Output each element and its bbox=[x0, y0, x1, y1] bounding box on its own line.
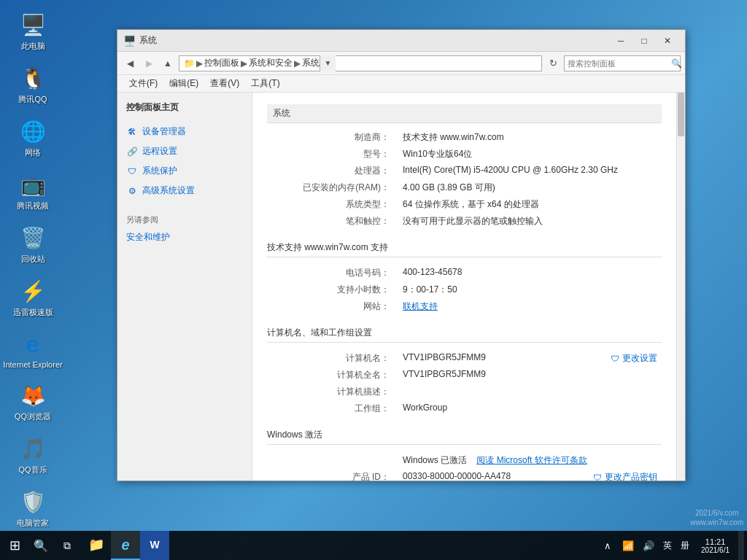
taskbar-search-button[interactable]: 🔍 bbox=[29, 531, 53, 560]
hours-value: 9：00-17：50 bbox=[398, 281, 662, 298]
menu-tools[interactable]: 工具(T) bbox=[245, 75, 285, 93]
activation-status-cell: Windows 已激活 阅读 Microsoft 软件许可条款 bbox=[398, 452, 662, 469]
taskbar-file-explorer[interactable]: 📁 bbox=[82, 531, 111, 560]
also-see-title: 另请参阅 bbox=[126, 214, 246, 225]
shield-icon-key: 🛡 bbox=[593, 472, 602, 481]
search-input[interactable] bbox=[568, 59, 668, 68]
path-segment-2: 系统和安全 bbox=[249, 57, 293, 69]
close-button[interactable]: ✕ bbox=[656, 30, 679, 52]
show-desktop-button[interactable] bbox=[738, 531, 744, 560]
desktop-icons: 🖥️ 此电脑 🐧 腾讯QQ 🌐 网络 📺 腾讯视频 🗑️ 回收站 ⚡ 迅雷极速版… bbox=[7, 7, 58, 532]
activation-table: Windows 已激活 阅读 Microsoft 软件许可条款 产品 ID： 0… bbox=[267, 452, 662, 481]
ram-row: 已安装的内存(RAM)： 4.00 GB (3.89 GB 可用) bbox=[267, 179, 662, 196]
content-inner: 系统 制造商： 技术支持 www.win7w.com 型号： Win10专业版6… bbox=[252, 93, 676, 481]
menu-file[interactable]: 文件(F) bbox=[123, 75, 163, 93]
window-scrollbar[interactable] bbox=[676, 93, 685, 481]
change-settings-button[interactable]: 🛡 更改设置 bbox=[611, 352, 657, 365]
tray-overflow-button[interactable]: ∧ bbox=[599, 531, 616, 560]
manufacturer-label: 制造商： bbox=[267, 129, 398, 146]
tray-language[interactable]: 英 bbox=[660, 531, 675, 560]
desktop-icon-network[interactable]: 🌐 网络 bbox=[7, 114, 58, 161]
sidebar-link-remote-settings[interactable]: 🔗 远程设置 bbox=[123, 142, 246, 160]
address-path[interactable]: 📁 ▶ 控制面板 ▶ 系统和安全 ▶ 系统 ▼ bbox=[179, 55, 542, 71]
qq-music-label: QQ音乐 bbox=[18, 464, 47, 475]
desktop-icon-tencent-video[interactable]: 📺 腾讯视频 bbox=[7, 167, 58, 214]
activation-link[interactable]: 阅读 Microsoft 软件许可条款 bbox=[476, 455, 587, 465]
change-product-key-button[interactable]: 🛡 更改产品密钥 bbox=[593, 471, 657, 481]
taskbar: ⊞ 🔍 ⧉ 📁 e W ∧ 📶 🔊 英 册 11:21 2021/6/1 bbox=[0, 531, 747, 560]
manufacturer-row: 制造商： 技术支持 www.win7w.com bbox=[267, 129, 662, 146]
start-button[interactable]: ⊞ bbox=[0, 531, 29, 560]
menu-edit[interactable]: 编辑(E) bbox=[163, 75, 204, 93]
website-value[interactable]: 联机支持 bbox=[398, 298, 662, 315]
back-button[interactable]: ◀ bbox=[122, 55, 138, 71]
desktop-icon-xunlei[interactable]: ⚡ 迅雷极速版 bbox=[7, 273, 58, 321]
system-tray: ∧ 📶 🔊 英 册 11:21 2021/6/1 bbox=[596, 531, 747, 560]
workgroup-row: 工作组： WorkGroup bbox=[267, 400, 662, 417]
computer-full-label: 计算机全名： bbox=[267, 367, 398, 384]
path-dropdown[interactable]: ▼ bbox=[320, 55, 336, 71]
pc-manager-label: 电脑管家 bbox=[17, 518, 49, 529]
this-pc-icon: 🖥️ bbox=[18, 10, 47, 39]
sidebar: 控制面板主页 🛠 设备管理器 🔗 远程设置 🛡 系统保护 ⚙ 高级系统设置 bbox=[117, 93, 252, 481]
tencent-video-icon: 📺 bbox=[18, 170, 47, 199]
qq-icon: 🐧 bbox=[18, 63, 47, 93]
phone-row: 电话号码： 400-123-45678 bbox=[267, 265, 662, 281]
minimize-button[interactable]: ─ bbox=[609, 30, 632, 52]
task-view-button[interactable]: ⧉ bbox=[53, 531, 82, 560]
taskbar-word[interactable]: W bbox=[140, 531, 169, 560]
taskbar-ie[interactable]: e bbox=[111, 531, 140, 560]
tray-volume-icon[interactable]: 🔊 bbox=[640, 531, 657, 560]
menu-bar: 文件(F) 编辑(E) 查看(V) 工具(T) bbox=[117, 75, 685, 93]
workgroup-value: WorkGroup bbox=[398, 400, 662, 417]
path-folder-icon: 📁 bbox=[184, 58, 195, 69]
desktop-icon-qq-browser[interactable]: 🦊 QQ浏览器 bbox=[7, 378, 58, 425]
desktop-icon-recycle-bin[interactable]: 🗑️ 回收站 bbox=[7, 220, 58, 268]
sidebar-link-system-protection[interactable]: 🛡 系统保护 bbox=[123, 162, 246, 180]
main-panel[interactable]: 系统 制造商： 技术支持 www.win7w.com 型号： Win10专业版6… bbox=[252, 93, 676, 481]
maximize-button[interactable]: □ bbox=[632, 30, 656, 52]
ram-label: 已安装的内存(RAM)： bbox=[267, 179, 398, 196]
pc-manager-icon: 🛡️ bbox=[18, 487, 47, 516]
window-content: 控制面板主页 🛠 设备管理器 🔗 远程设置 🛡 系统保护 ⚙ 高级系统设置 bbox=[117, 93, 685, 481]
support-table: 电话号码： 400-123-45678 支持小时数： 9：00-17：50 网站… bbox=[267, 265, 662, 315]
computer-desc-row: 计算机描述： bbox=[267, 384, 662, 400]
website-label: 网站： bbox=[267, 298, 398, 315]
sidebar-link-advanced-settings[interactable]: ⚙ 高级系统设置 bbox=[123, 182, 246, 200]
advanced-settings-icon: ⚙ bbox=[126, 185, 138, 197]
this-pc-label: 此电脑 bbox=[21, 41, 45, 52]
tray-ime[interactable]: 册 bbox=[678, 531, 692, 560]
computer-name-value: VTV1IPBGR5JFMM9 🛡 更改设置 bbox=[398, 350, 662, 367]
window-titlebar[interactable]: 🖥️ 系统 ─ □ ✕ bbox=[117, 30, 685, 52]
computer-table: 计算机名： VTV1IPBGR5JFMM9 🛡 更改设置 计算机全名： bbox=[267, 350, 662, 417]
system-type-label: 系统类型： bbox=[267, 196, 398, 213]
device-manager-icon: 🛠 bbox=[126, 126, 138, 138]
refresh-button[interactable]: ↻ bbox=[545, 55, 561, 71]
computer-name-label: 计算机名： bbox=[267, 350, 398, 367]
path-segment-3: 系统 bbox=[302, 57, 320, 69]
phone-value: 400-123-45678 bbox=[398, 265, 662, 281]
scrollbar-thumb[interactable] bbox=[678, 93, 684, 136]
desktop-icon-this-pc[interactable]: 🖥️ 此电脑 bbox=[7, 7, 58, 55]
hours-label: 支持小时数： bbox=[267, 281, 398, 298]
also-see-section: 另请参阅 安全和维护 bbox=[123, 214, 246, 246]
tray-wifi-icon[interactable]: 📶 bbox=[619, 531, 637, 560]
desktop-icon-ie[interactable]: e Internet Explorer bbox=[7, 327, 58, 372]
forward-button[interactable]: ▶ bbox=[141, 55, 157, 71]
desktop-icon-qq-music[interactable]: 🎵 QQ音乐 bbox=[7, 431, 58, 478]
watermark: 2021/6/v.com www.win7w.com bbox=[690, 508, 743, 527]
product-id-label: 产品 ID： bbox=[267, 469, 398, 481]
up-button[interactable]: ▲ bbox=[160, 55, 176, 71]
menu-view[interactable]: 查看(V) bbox=[204, 75, 245, 93]
sidebar-link-security[interactable]: 安全和维护 bbox=[123, 228, 246, 246]
ram-value: 4.00 GB (3.89 GB 可用) bbox=[398, 179, 662, 196]
tray-clock[interactable]: 11:21 2021/6/1 bbox=[695, 531, 735, 560]
scrollbar-track bbox=[677, 93, 685, 481]
window-controls: ─ □ ✕ bbox=[609, 30, 679, 52]
computer-full-row: 计算机全名： VTV1IPBGR5JFMM9 bbox=[267, 367, 662, 384]
desktop-icon-qq[interactable]: 🐧 腾讯QQ bbox=[7, 61, 58, 108]
search-icon: 🔍 bbox=[671, 58, 682, 69]
desktop-icon-pc-manager[interactable]: 🛡️ 电脑管家 bbox=[7, 484, 58, 532]
sidebar-link-device-manager[interactable]: 🛠 设备管理器 bbox=[123, 122, 246, 141]
product-id-cell: 00330-80000-00000-AA478 🛡 更改产品密钥 bbox=[398, 469, 662, 481]
